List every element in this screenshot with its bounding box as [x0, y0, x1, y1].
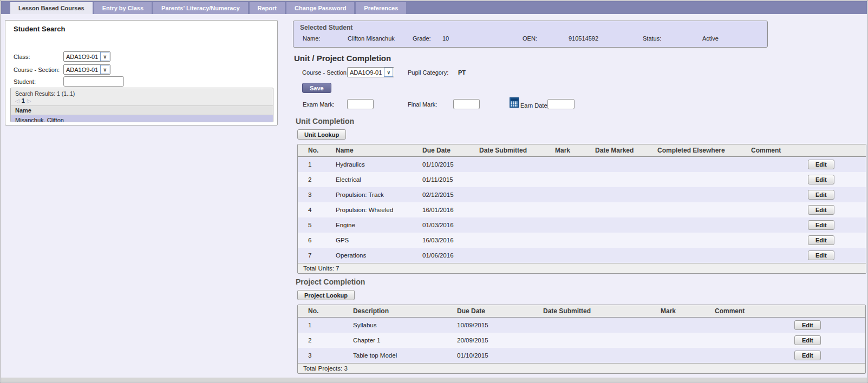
completion-course-section-select[interactable]: ADA1O9-01 ∨	[347, 67, 394, 77]
edit-button[interactable]: Edit	[808, 175, 834, 184]
result-row-student[interactable]: Misanchuk, Clifton	[11, 115, 273, 122]
project-lookup-button[interactable]: Project Lookup	[297, 290, 355, 300]
edit-button[interactable]: Edit	[794, 351, 821, 360]
unit-cell-completed-elsewhere	[652, 248, 746, 263]
chevron-down-icon: ∨	[100, 52, 109, 61]
unit-col-date-marked: Date Marked	[590, 144, 652, 157]
project-cell-no: 3	[298, 348, 348, 364]
unit-cell-name: Engine	[330, 217, 417, 233]
project-cell-comment	[709, 333, 775, 348]
unit-cell-comment	[746, 157, 797, 173]
earn-date-input[interactable]	[547, 99, 575, 109]
unit-cell-date-submitted	[474, 202, 550, 217]
unit-cell-comment	[746, 202, 797, 217]
exam-mark-input[interactable]	[347, 99, 374, 109]
class-select-value: ADA1O9-01	[64, 54, 100, 60]
course-section-select[interactable]: ADA1O9-01 ∨	[63, 64, 110, 75]
unit-cell-name: Propulsion: Wheeled	[330, 202, 417, 217]
edit-button[interactable]: Edit	[808, 160, 834, 169]
unit-cell-completed-elsewhere	[652, 233, 746, 248]
unit-lookup-button[interactable]: Unit Lookup	[297, 129, 346, 140]
unit-cell-date-submitted	[474, 157, 550, 173]
bottom-scroll-strip[interactable]	[1, 378, 867, 382]
unit-cell-completed-elsewhere	[652, 202, 746, 217]
unit-table-row: 6 GPS 16/03/2016 Edit	[298, 233, 866, 248]
calendar-icon[interactable]	[510, 97, 519, 108]
unit-cell-no: 7	[298, 248, 330, 263]
tab-entry-by-class[interactable]: Entry by Class	[94, 2, 152, 14]
unit-cell-completed-elsewhere	[652, 187, 746, 202]
project-cell-due-date: 10/09/2015	[452, 318, 538, 333]
unit-total: Total Units: 7	[298, 263, 866, 274]
unit-cell-comment	[746, 248, 797, 263]
project-table-row: 3 Table top Model 01/10/2015 Edit	[298, 348, 865, 364]
unit-cell-due-date: 16/03/2016	[417, 233, 474, 248]
unit-col-completed-elsewhere: Completed Elsewhere	[652, 144, 746, 157]
unit-completion-title: Unit Completion	[296, 117, 354, 126]
final-mark-label: Final Mark:	[408, 101, 437, 108]
unit-col-due-date: Due Date	[417, 144, 474, 157]
project-cell-due-date: 20/09/2015	[452, 333, 538, 348]
grade-label: Grade:	[413, 35, 442, 42]
project-cell-description: Table top Model	[348, 348, 452, 364]
unit-cell-completed-elsewhere	[652, 217, 746, 233]
unit-cell-comment	[746, 233, 797, 248]
project-table-row: 1 Syllabus 10/09/2015 Edit	[298, 318, 865, 333]
unit-cell-date-marked	[590, 157, 652, 173]
unit-cell-mark	[550, 172, 590, 187]
project-cell-comment	[709, 318, 775, 333]
project-col-actions	[775, 305, 865, 318]
tab-change-password[interactable]: Change Password	[286, 2, 354, 14]
unit-cell-name: Electrical	[330, 172, 417, 187]
unit-col-mark: Mark	[550, 144, 590, 157]
tab-report[interactable]: Report	[250, 2, 285, 14]
unit-cell-date-submitted	[474, 248, 550, 263]
edit-button[interactable]: Edit	[808, 220, 834, 230]
edit-button[interactable]: Edit	[808, 235, 834, 245]
project-table-header-row: No. Description Due Date Date Submitted …	[298, 305, 865, 318]
edit-button[interactable]: Edit	[808, 205, 834, 215]
project-col-description: Description	[348, 305, 452, 318]
student-input[interactable]	[63, 76, 124, 87]
course-section-label: Course - Section:	[14, 67, 63, 73]
chevron-down-icon: ∨	[384, 68, 393, 77]
project-cell-description: Syllabus	[348, 318, 452, 333]
unit-cell-mark	[550, 187, 590, 202]
edit-button[interactable]: Edit	[808, 250, 834, 260]
earn-date-label: Earn Date	[520, 102, 547, 109]
unit-cell-date-marked	[590, 248, 652, 263]
search-results-box: Search Results: 1 (1..1) ◁ 1 ▷ Name Misa…	[10, 88, 273, 122]
edit-button[interactable]: Edit	[794, 335, 821, 345]
unit-cell-date-submitted	[474, 172, 550, 187]
unit-table-row: 4 Propulsion: Wheeled 16/01/2016 Edit	[298, 202, 866, 217]
unit-cell-mark	[550, 248, 590, 263]
status-label: Status:	[643, 35, 702, 42]
unit-cell-comment	[746, 172, 797, 187]
edit-button[interactable]: Edit	[808, 190, 834, 200]
project-cell-mark	[655, 333, 709, 348]
selected-student-panel: Selected Student Name: Clifton Misanchuk…	[293, 21, 768, 48]
top-nav: Lesson Based Courses Entry by Class Pare…	[1, 1, 867, 14]
tab-preferences[interactable]: Preferences	[356, 2, 406, 14]
project-col-due-date: Due Date	[452, 305, 538, 318]
tab-parents-literacy-numeracy[interactable]: Parents' Literacy/Numeracy	[153, 2, 247, 14]
unit-col-comment: Comment	[746, 144, 797, 157]
pager-prev-icon[interactable]: ◁	[15, 98, 19, 104]
pager-next-icon[interactable]: ▷	[27, 98, 31, 104]
unit-cell-no: 3	[298, 187, 330, 202]
pupil-category-label: Pupil Category:	[408, 69, 448, 76]
unit-table-row: 3 Propulsion: Track 02/12/2015 Edit	[298, 187, 866, 202]
unit-cell-no: 2	[298, 172, 330, 187]
class-select[interactable]: ADA1O9-01 ∨	[63, 51, 110, 62]
tab-lesson-based-courses[interactable]: Lesson Based Courses	[10, 2, 93, 14]
pager-page-number[interactable]: 1	[22, 97, 25, 104]
project-completion-title: Project Completion	[296, 278, 365, 286]
unit-cell-name: Hydraulics	[330, 157, 417, 173]
save-button[interactable]: Save	[302, 83, 331, 93]
project-total: Total Projects: 3	[298, 364, 865, 374]
final-mark-input[interactable]	[453, 99, 480, 109]
edit-button[interactable]: Edit	[794, 320, 821, 330]
student-search-title: Student Search	[14, 25, 65, 33]
oen-value: 910514592	[569, 35, 643, 42]
unit-cell-date-marked	[590, 233, 652, 248]
